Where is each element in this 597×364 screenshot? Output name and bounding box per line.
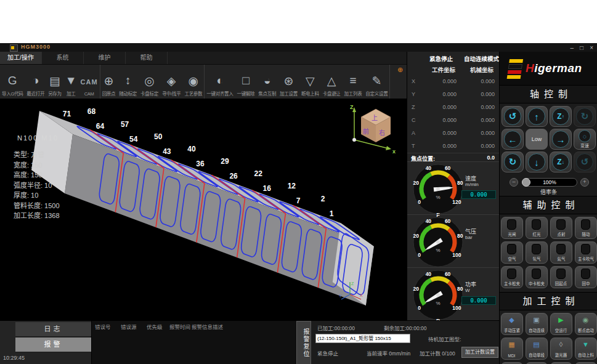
alarm-reset-button[interactable]: 报警复位 (296, 321, 311, 364)
toolbar-custom-settings-button[interactable]: ✎自定义设置 (363, 65, 389, 99)
toolbar-follow-calibration-button[interactable]: ↕随动标定 (117, 65, 139, 99)
main-chuck-release-button[interactable]: 主卡松夹 (501, 266, 523, 288)
unit-symbol: W (465, 288, 498, 294)
nitrogen-icon (556, 244, 566, 254)
maximize-button[interactable]: □ (580, 44, 583, 51)
back-to-center-button[interactable]: 回中 (575, 266, 597, 288)
auto-load-label: 自动上料 (578, 352, 594, 357)
toolbar-process-button[interactable]: ▼加工 (63, 65, 79, 99)
bottom-tab-0[interactable]: 日志 (15, 322, 91, 337)
jog-left-button[interactable]: ← (502, 129, 524, 150)
shutter-button[interactable]: 光闸 (501, 217, 523, 239)
toolbar-recent-open-button[interactable]: ◑最近打开 (25, 65, 46, 99)
toolbar-process-parameters-button[interactable]: ◉工艺参数 (182, 65, 204, 99)
rate-slider[interactable]: 100% (522, 178, 577, 187)
minimize-button[interactable]: – (571, 44, 574, 51)
toolbar-import-gcode-button[interactable]: G导入G代码 (0, 65, 25, 99)
back-to-start-button[interactable]: 回起点 (550, 266, 572, 288)
follow-button[interactable]: 随动 (575, 217, 597, 239)
jog-down-button[interactable]: ↓ (526, 152, 548, 172)
rate-plus-button[interactable]: + (580, 178, 589, 187)
toolbar-chuck-avoid-button[interactable]: △卡盘避让 (321, 65, 343, 99)
z-minus-button[interactable]: Z↓ (550, 152, 572, 172)
toolbar-centering-leveling-button[interactable]: ◈寻中/找平 (160, 65, 183, 99)
axis-name: T (412, 143, 415, 149)
dry-run-icon: ▶ (558, 315, 563, 325)
red-light-button[interactable]: 红光 (526, 217, 548, 239)
toolbar-cam-button[interactable]: CAMCAM (79, 65, 100, 99)
3d-viewport[interactable]: 7168645754504340362926221612721Zx上前右ZXY … (0, 99, 407, 320)
nitrogen-button[interactable]: 氮气 (550, 241, 572, 264)
menu-tab-2[interactable]: 维护 (84, 52, 126, 64)
toolbar-power-loss-load-button[interactable]: ▽断电上料 (299, 65, 321, 99)
custom-settings-icon: ✎ (372, 71, 381, 90)
z-minus-icon: Z↓ (552, 153, 569, 171)
z-plus-button[interactable]: Z↑ (550, 106, 572, 127)
cube-z-axis-label: Z (350, 104, 354, 110)
one-key-release-icon: □ (242, 71, 249, 90)
back-to-center-label: 回中 (582, 280, 590, 286)
toolbar-one-key-release-button[interactable]: □一键解除 (235, 65, 256, 99)
speed-mode-button[interactable]: ◌变速 (574, 129, 596, 150)
oxygen-button[interactable]: 氧气 (526, 241, 548, 264)
menu-tab-1[interactable]: 系统 (42, 52, 84, 64)
gear-icon[interactable]: ⊕ (397, 66, 403, 74)
menu-tab-3[interactable]: 帮助 (126, 52, 168, 64)
close-button[interactable]: × (590, 44, 593, 51)
count-settings-button[interactable]: 加工计数设置 (461, 347, 498, 358)
manual-clamp-button[interactable]: ◆手动压紧 (501, 313, 523, 335)
cube-face-label: 前 (363, 127, 369, 135)
toolbar-save-as-button[interactable]: ▤另存为 (46, 65, 63, 99)
toolbar-process-settings-button[interactable]: ⊛加工设置 (278, 65, 299, 99)
svg-text:20: 20 (413, 286, 420, 292)
main-chuck-blow-button[interactable]: 主卡吹气 (575, 241, 597, 264)
menu-tab-0[interactable]: 加工/操作 (0, 52, 42, 64)
work-coord-value: 0.000 (431, 143, 457, 149)
breakpoint-start-button[interactable]: ◉断点启动 (575, 313, 597, 335)
speed-gauge-value: 0.000 (461, 190, 496, 199)
laser-button[interactable]: ◊激光器 (550, 338, 572, 360)
part-number-label: 29 (221, 157, 229, 166)
rotate-b-minus-button[interactable]: ↻ (502, 152, 524, 172)
burst-button[interactable]: 点射 (550, 217, 572, 239)
toolbar-label: 寻中/找平 (162, 90, 181, 97)
toolbar-label: 一键对齐置入 (206, 90, 233, 97)
dry-run-button[interactable]: ▶空运行 (550, 313, 572, 335)
current-file-field[interactable]: (12-150-150t)_A1_矩形管 150x15 (315, 334, 410, 343)
orientation-cube[interactable]: Zx上前右 (350, 104, 396, 155)
pressure-gauge-dial: 020406080100% (410, 215, 466, 272)
bottom-tab-1[interactable]: 报警 (15, 338, 91, 352)
param-管料长度: 管料长度: 1500 (14, 201, 60, 211)
jog-up-button[interactable]: ↑ (526, 106, 548, 127)
part-number-label: 2 (321, 195, 325, 203)
toolbar-one-key-align-button[interactable]: ◐一键对齐置入 (205, 65, 235, 99)
toolbar-chuck-calibration-button[interactable]: ◎卡盘标定 (139, 65, 160, 99)
low-speed-toggle-button[interactable]: Low (526, 129, 548, 150)
toolbar-process-list-button[interactable]: ≡加工列表 (343, 65, 364, 99)
rate-minus-button[interactable]: – (510, 178, 518, 187)
air-button[interactable]: 空气 (501, 241, 523, 264)
process-settings-icon: ⊛ (284, 71, 294, 90)
toolbar-home-origin-button[interactable]: ⊕回原点 (100, 65, 118, 99)
toolbar-label: CAM (84, 91, 94, 97)
axis-name: Y (412, 91, 415, 97)
auto-single-block-button[interactable]: ▤自动单段 (526, 338, 548, 360)
svg-text:%: % (436, 248, 440, 253)
rotate-b-plus-button[interactable]: ↺ (502, 106, 524, 127)
focus-control-icon: ◒ (264, 71, 270, 90)
svg-text:Z: Z (351, 281, 354, 286)
jog-right-button[interactable]: → (550, 129, 572, 150)
part-number-label: 40 (187, 145, 196, 153)
burst-label: 点射 (557, 231, 565, 237)
toolbar-focus-control-button[interactable]: ◒焦点互制 (256, 65, 278, 99)
mdi-button[interactable]: ▦MDI (501, 338, 523, 360)
import-gcode-icon: G (8, 71, 17, 90)
axis-row-C: C0.0000.000 (407, 114, 500, 127)
aux-axis-1-icon: ↻ (576, 108, 593, 125)
param-宽度: 宽度: 150 (14, 160, 60, 171)
auto-load-button[interactable]: ▼自动上料 (575, 338, 597, 360)
jog-left-icon: ← (504, 131, 521, 148)
rotate-b-minus-icon: ↻ (504, 153, 521, 171)
mid-chuck-release-button[interactable]: 中卡松夹 (526, 266, 548, 288)
auto-continuous-button[interactable]: ▣自动连续 (526, 313, 548, 335)
